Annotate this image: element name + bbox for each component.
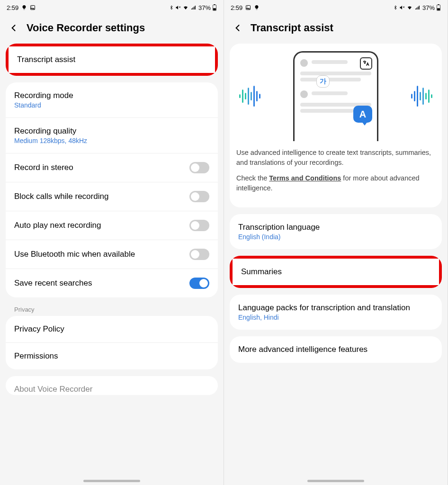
battery-icon [212, 4, 217, 11]
phone-left: 2:59 37% Voice Recorder settings Transcr… [0, 0, 224, 485]
recording-quality-row[interactable]: Recording quality Medium 128kbps, 48kHz [6, 117, 218, 153]
battery-percent: 37% [198, 4, 211, 11]
bt-mic-row[interactable]: Use Bluetooth mic when available [6, 240, 218, 269]
desc2: Check the Terms and Conditions for more … [236, 173, 435, 193]
phone-mock-icon: 가 A [293, 51, 378, 141]
row-label: Auto play next recording [14, 221, 101, 230]
wifi-icon [406, 5, 413, 10]
illustration: 가 A [236, 51, 435, 141]
waves-right-icon [411, 86, 432, 107]
svg-rect-13 [437, 8, 440, 10]
row-label: About Voice Recorder [14, 385, 209, 394]
privacy-section-label: Privacy [6, 304, 218, 316]
waves-left-icon [239, 86, 260, 107]
privacy-policy-row[interactable]: Privacy Policy [6, 316, 218, 342]
settings-content: Transcript assist Recording mode Standar… [0, 44, 224, 485]
row-label: Save recent searches [14, 278, 92, 288]
privacy-card: Privacy Policy Permissions [6, 316, 218, 369]
status-bar: 2:59 37% [224, 0, 448, 15]
row-label: Transcript assist [17, 55, 206, 64]
row-sub: Medium 128kbps, 48kHz [14, 137, 209, 144]
row-label: Summaries [241, 267, 430, 277]
bubble-a-icon: A [353, 106, 372, 123]
row-label: Record in stereo [14, 163, 73, 172]
svg-point-1 [32, 6, 33, 7]
bubble-ka-icon: 가 [316, 75, 330, 88]
header: Voice Recorder settings [0, 15, 224, 44]
summaries-card: Summaries [230, 256, 442, 288]
translate-icon [360, 57, 372, 70]
row-label: Recording mode [14, 91, 209, 100]
transcript-assist-card: Transcript assist [6, 44, 218, 76]
row-sub: English, Hindi [238, 314, 433, 321]
phone-right: 2:59 37% Transcript assist [224, 0, 448, 485]
summaries-row[interactable]: Summaries [230, 256, 442, 288]
signal-icon [414, 5, 421, 10]
recording-settings-card: Recording mode Standard Recording qualit… [6, 82, 218, 297]
mute-icon [175, 5, 181, 10]
row-label: Block calls while recording [14, 192, 108, 201]
wifi-icon [182, 5, 189, 10]
lightbulb-icon [254, 5, 260, 10]
intro-text: Use advanced intelligence to create text… [236, 148, 435, 193]
trans-lang-card: Transcription language English (India) [230, 214, 442, 249]
terms-link[interactable]: Terms and Conditions [269, 174, 341, 182]
save-searches-toggle[interactable] [189, 278, 209, 289]
page-title: Transcript assist [251, 22, 333, 34]
status-time: 2:59 [7, 4, 18, 11]
battery-icon [436, 4, 441, 11]
bluetooth-icon [393, 5, 398, 10]
row-sub: English (India) [238, 233, 433, 241]
battery-percent: 37% [422, 4, 435, 11]
row-label: Use Bluetooth mic when available [14, 250, 135, 259]
about-card: About Voice Recorder [6, 376, 218, 395]
row-label: Recording quality [14, 126, 209, 136]
save-searches-row[interactable]: Save recent searches [6, 269, 218, 297]
header: Transcript assist [224, 15, 448, 44]
bluetooth-icon [169, 5, 174, 10]
transcript-assist-row[interactable]: Transcript assist [6, 44, 218, 76]
auto-play-row[interactable]: Auto play next recording [6, 211, 218, 240]
block-calls-toggle[interactable] [189, 191, 209, 202]
back-icon[interactable] [233, 23, 243, 33]
page-title: Voice Recorder settings [27, 22, 145, 34]
row-label: Transcription language [238, 223, 433, 232]
svg-point-8 [247, 6, 248, 7]
row-label: Permissions [14, 351, 209, 361]
recording-mode-row[interactable]: Recording mode Standard [6, 82, 218, 117]
gallery-icon [245, 5, 251, 10]
transcript-content: 가 A Use advanced intelligence to create … [224, 44, 448, 485]
row-label: More advanced intelligence features [238, 345, 433, 354]
row-label: Privacy Policy [14, 324, 209, 334]
bt-mic-toggle[interactable] [189, 249, 209, 260]
more-features-card: More advanced intelligence features [230, 336, 442, 363]
gallery-icon [30, 5, 36, 10]
stereo-toggle[interactable] [189, 162, 209, 173]
svg-rect-5 [214, 4, 215, 5]
row-sub: Standard [14, 101, 209, 109]
svg-rect-6 [213, 8, 216, 10]
status-bar: 2:59 37% [0, 0, 224, 15]
status-time: 2:59 [231, 4, 242, 11]
more-features-row[interactable]: More advanced intelligence features [230, 336, 442, 363]
desc1: Use advanced intelligence to create text… [236, 148, 435, 168]
stereo-row[interactable]: Record in stereo [6, 153, 218, 182]
nav-pill[interactable] [307, 480, 364, 482]
permissions-row[interactable]: Permissions [6, 342, 218, 369]
mute-icon [399, 5, 405, 10]
block-calls-row[interactable]: Block calls while recording [6, 182, 218, 211]
about-row[interactable]: About Voice Recorder [6, 376, 218, 395]
signal-icon [190, 5, 197, 10]
back-icon[interactable] [9, 23, 19, 33]
row-label: Language packs for transcription and tra… [238, 303, 433, 313]
lang-packs-card: Language packs for transcription and tra… [230, 295, 442, 330]
nav-pill[interactable] [83, 480, 140, 482]
auto-play-toggle[interactable] [189, 220, 209, 231]
intro-card: 가 A Use advanced intelligence to create … [230, 44, 442, 207]
lightbulb-icon [21, 5, 27, 10]
transcription-language-row[interactable]: Transcription language English (India) [230, 214, 442, 249]
svg-rect-12 [438, 4, 439, 5]
language-packs-row[interactable]: Language packs for transcription and tra… [230, 295, 442, 330]
